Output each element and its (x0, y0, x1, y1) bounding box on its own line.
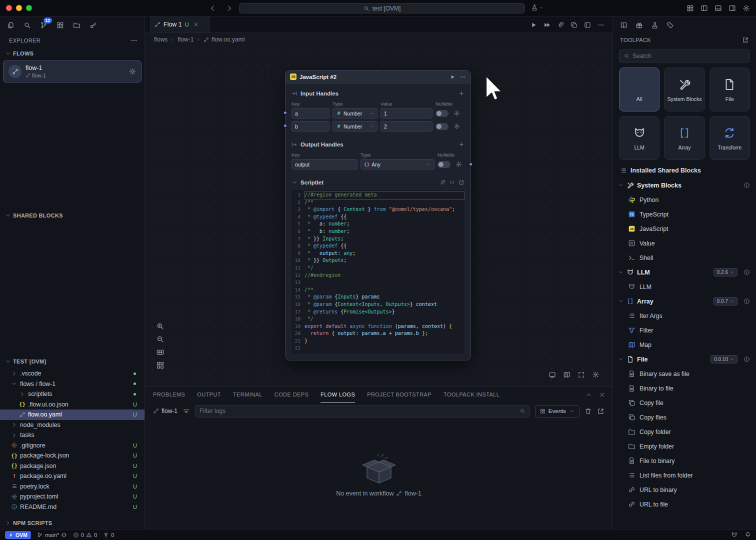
beaker-icon[interactable] (651, 22, 658, 29)
log-level-filter-icon[interactable] (182, 408, 190, 415)
extensions-view-button[interactable] (54, 19, 66, 31)
version-select[interactable]: 0.2.6 (714, 268, 738, 276)
edit-code-icon[interactable] (449, 180, 455, 186)
docs-icon[interactable] (620, 22, 628, 29)
toolpack-tile-array[interactable]: Array (664, 116, 704, 160)
block-item-python[interactable]: Python (613, 192, 756, 207)
back-icon[interactable] (209, 4, 216, 12)
clear-logs-icon[interactable] (584, 408, 592, 415)
toggle-panel-icon[interactable] (714, 4, 722, 12)
explorer-view-button[interactable] (4, 19, 16, 31)
block-item-typescript[interactable]: TSTypeScript (613, 207, 756, 222)
run-flow-icon[interactable] (530, 22, 537, 28)
file-row-flows-flow-1[interactable]: flows / flow-1 (0, 379, 144, 390)
shared-blocks-section-header[interactable]: SHARED BLOCKS (0, 210, 144, 222)
version-select[interactable]: 0.0.10 (710, 355, 738, 364)
block-group-llm[interactable]: LLM0.2.6 (613, 265, 756, 280)
file-row--gitignore[interactable]: .gitignoreU (0, 440, 144, 451)
maximize-panel-icon[interactable] (586, 392, 592, 398)
minimize-window-button[interactable] (16, 5, 22, 11)
toolpack-tile-all[interactable]: All (619, 68, 660, 112)
file-row-node-modules[interactable]: node_modules (0, 420, 144, 430)
cat-icon[interactable] (731, 532, 738, 538)
block-item-shell[interactable]: Shell (613, 250, 756, 265)
input-port-b[interactable] (283, 124, 288, 128)
block-group-file[interactable]: File0.0.10 (613, 352, 756, 366)
toolpack-tile-file[interactable]: File (710, 68, 750, 112)
duplicate-icon[interactable] (570, 22, 578, 28)
block-item-copy-flies[interactable]: Copy flies (613, 410, 756, 424)
search-view-button[interactable] (21, 19, 33, 31)
minimap-icon[interactable] (563, 371, 570, 378)
open-external-icon[interactable] (458, 180, 464, 186)
add-output-icon[interactable] (458, 142, 464, 148)
file-row-package-oo-yaml[interactable]: !package.oo.yamlU (0, 471, 144, 482)
source-control-view-button[interactable]: 12 (38, 19, 50, 31)
more-actions-icon[interactable] (598, 22, 604, 28)
panel-tab-code-deps[interactable]: CODE DEPS (274, 387, 308, 402)
add-input-icon[interactable] (458, 90, 464, 96)
key-field[interactable]: a (292, 108, 330, 118)
breadcrumb-item[interactable]: flow-1 (178, 36, 194, 43)
block-item-filter[interactable]: Filter (613, 323, 756, 338)
flows-section-header[interactable]: FLOWS (0, 48, 144, 60)
panel-tab-project-bootstrap[interactable]: PROJECT BOOTSTRAP (367, 387, 432, 402)
toolpack-tile-llm[interactable]: LLM (619, 116, 660, 160)
block-item-binary-to-file[interactable]: Binary to file (613, 381, 756, 396)
file-row-package-json[interactable]: {}package.jsonU (0, 461, 144, 472)
problems-indicator[interactable]: 0 0 (73, 532, 97, 538)
canvas-settings-icon[interactable] (592, 371, 600, 378)
node-header[interactable]: JS JavaScript #2 (286, 70, 470, 84)
input-port-a[interactable] (283, 110, 288, 115)
value-field[interactable]: 1 (380, 108, 432, 118)
fullscreen-icon[interactable] (578, 371, 585, 378)
run-all-icon[interactable] (544, 22, 550, 28)
layout-grid-icon[interactable] (156, 361, 164, 370)
toolpack-tile-system-blocks[interactable]: System Blocks (664, 68, 704, 112)
events-dropdown[interactable]: Events (535, 405, 580, 418)
nullable-toggle[interactable] (436, 110, 448, 117)
flow-settings-icon[interactable] (129, 68, 136, 75)
node-menu-icon[interactable] (460, 74, 466, 80)
bell-icon[interactable] (744, 532, 751, 538)
tab-flow-1[interactable]: Flow 1 U (150, 16, 210, 32)
filter-logs-input[interactable] (200, 408, 516, 414)
file-row-tasks[interactable]: tasks (0, 430, 144, 440)
toggle-sidebar-icon[interactable] (700, 4, 708, 12)
zoom-out-icon[interactable] (156, 335, 164, 344)
file-row-pyproject-toml[interactable]: pyproject.tomlU (0, 492, 144, 502)
panel-tab-flow-logs[interactable]: FLOW LOGS (320, 387, 355, 402)
block-item-iter-args[interactable]: Iter Args (613, 308, 756, 323)
npm-scripts-section-header[interactable]: NPM SCRIPTS (0, 517, 144, 529)
file-row-flow-oo-yaml[interactable]: flow.oo.yamlU (0, 410, 144, 420)
block-item-map[interactable]: Map (613, 338, 756, 352)
fit-view-icon[interactable] (156, 348, 164, 356)
type-select[interactable]: # Number (332, 121, 378, 132)
node-javascript-2[interactable]: JS JavaScript #2 Input Handles (285, 70, 471, 360)
close-window-button[interactable] (6, 5, 12, 11)
block-item-url-to-binary[interactable]: URL to binary (613, 482, 756, 497)
type-select[interactable]: {} Any (360, 159, 434, 170)
block-group-array[interactable]: Array0.0.7 (613, 294, 756, 308)
type-select[interactable]: # Number (332, 108, 378, 118)
more-actions-icon[interactable] (130, 37, 138, 44)
nullable-toggle[interactable] (436, 123, 448, 130)
toolpack-tile-transform[interactable]: Transform (710, 116, 750, 160)
accounts-view-button[interactable] (87, 19, 99, 31)
forward-icon[interactable] (226, 4, 233, 12)
block-item-list-files-from-folder[interactable]: List files from folder (613, 468, 756, 482)
ports-indicator[interactable]: 0 (103, 532, 114, 538)
toggle-secondary-sidebar-icon[interactable] (728, 4, 736, 12)
panel-tab-problems[interactable]: PROBLEMS (153, 387, 185, 402)
maximize-window-button[interactable] (26, 5, 32, 11)
panel-tab-output[interactable]: OUTPUT (197, 387, 221, 402)
handle-settings-icon[interactable] (456, 161, 462, 168)
remote-indicator[interactable]: OVM (5, 531, 31, 539)
flow-card[interactable]: flow-1 flow-1 (3, 60, 142, 82)
info-icon[interactable] (744, 298, 750, 304)
attach-icon[interactable] (440, 180, 446, 186)
block-item-copy-file[interactable]: Copy file (613, 396, 756, 410)
block-item-file-to-binary[interactable]: File to binary (613, 454, 756, 468)
handle-settings-icon[interactable] (454, 123, 460, 130)
close-panel-icon[interactable] (599, 392, 606, 398)
